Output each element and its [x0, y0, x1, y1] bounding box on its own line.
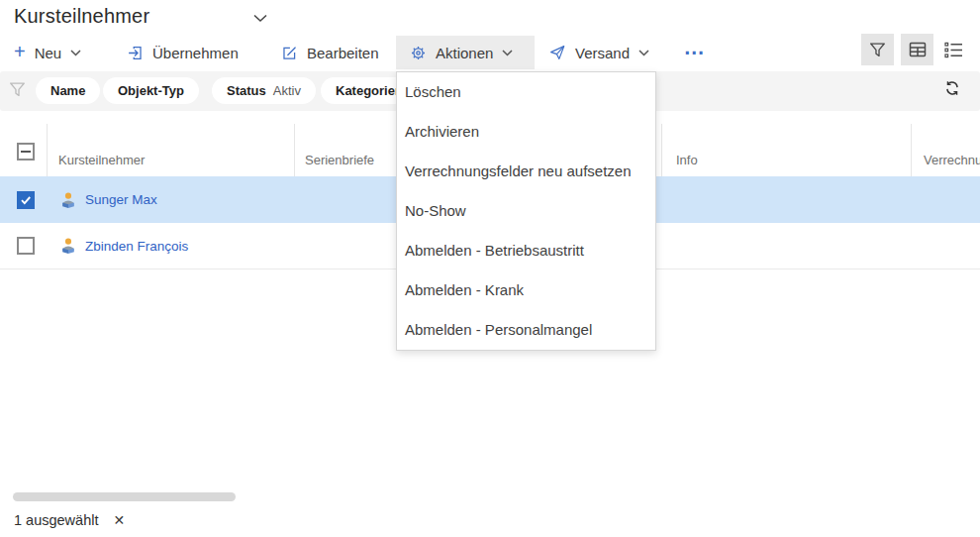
list-view-icon	[943, 40, 964, 60]
menu-item-verrechnungsfelder[interactable]: Verrechnungsfelder neu aufsetzen	[397, 152, 655, 191]
table-view-icon	[908, 40, 928, 59]
refresh-icon[interactable]	[943, 79, 961, 97]
filter-funnel-icon	[8, 80, 27, 99]
actions-label: Aktionen	[436, 45, 493, 61]
checkmark-icon	[19, 193, 33, 207]
selection-status-bar: 1 ausgewählt ✕	[14, 512, 125, 528]
row-checkbox[interactable]	[17, 191, 35, 209]
menu-item-abmelden-betriebsaustritt[interactable]: Abmelden - Betriebsaustritt	[397, 231, 655, 270]
column-header-info[interactable]: Info	[661, 124, 911, 176]
chip-label: Kategorien	[336, 83, 403, 98]
title-chevron-down-icon[interactable]	[253, 14, 267, 23]
send-button[interactable]: Versand	[539, 36, 659, 69]
filter-toggle-button[interactable]	[861, 34, 894, 65]
grid-view-button[interactable]	[901, 34, 933, 65]
edit-pencil-icon	[281, 45, 298, 61]
chevron-down-icon	[502, 50, 513, 56]
plus-icon: +	[14, 42, 26, 61]
more-commands-icon[interactable]: ⋯	[665, 36, 725, 69]
list-view-button[interactable]	[937, 34, 970, 65]
chip-label: Objekt-Typ	[118, 83, 184, 98]
apply-label: Übernehmen	[152, 45, 239, 61]
edit-label: Bearbeiten	[307, 45, 379, 61]
actions-dropdown-menu: Löschen Archivieren Verrechnungsfelder n…	[396, 71, 656, 351]
filter-chip-objekt-typ[interactable]: Objekt-Typ	[103, 77, 199, 104]
funnel-icon	[868, 41, 887, 59]
row-checkbox[interactable]	[17, 237, 35, 255]
menu-item-loeschen[interactable]: Löschen	[397, 72, 655, 112]
column-header-verrechnung[interactable]: Verrechnung	[911, 124, 980, 176]
page-title: Kursteilnehmer	[14, 5, 149, 28]
send-label: Versand	[575, 45, 630, 61]
gear-icon	[410, 45, 427, 61]
participant-icon	[59, 191, 77, 209]
edit-button[interactable]: Bearbeiten	[271, 36, 389, 69]
participant-name-link[interactable]: Sunger Max	[85, 192, 157, 207]
select-all-checkbox[interactable]	[17, 143, 35, 161]
menu-item-abmelden-personalmangel[interactable]: Abmelden - Personalmangel	[397, 310, 655, 350]
filter-chip-kategorien[interactable]: Kategorien	[321, 77, 408, 104]
chip-label: Status	[227, 83, 266, 98]
chevron-down-icon	[638, 50, 649, 56]
apply-button[interactable]: Übernehmen	[117, 36, 248, 69]
actions-button[interactable]: Aktionen	[396, 36, 535, 69]
app-window: Kursteilnehmer + Neu Übernehmen Bearbeit…	[0, 0, 980, 537]
clear-selection-icon[interactable]: ✕	[113, 512, 125, 528]
chip-value: Aktiv	[273, 83, 301, 98]
new-label: Neu	[35, 45, 62, 61]
import-icon	[127, 45, 144, 61]
participant-icon	[59, 237, 77, 255]
filter-chip-name[interactable]: Name	[36, 77, 100, 104]
paper-plane-icon	[548, 44, 566, 61]
selection-count-text: 1 ausgewählt	[14, 512, 98, 528]
chevron-down-icon	[70, 50, 81, 56]
menu-item-no-show[interactable]: No-Show	[397, 191, 655, 231]
new-button[interactable]: + Neu	[4, 36, 91, 69]
indeterminate-dash	[21, 151, 31, 153]
horizontal-scrollbar-thumb[interactable]	[13, 492, 236, 501]
chip-label: Name	[50, 83, 85, 98]
column-header-kursteilnehmer[interactable]: Kursteilnehmer	[47, 124, 294, 176]
filter-chip-status[interactable]: Status Aktiv	[212, 77, 316, 104]
participant-name-link[interactable]: Zbinden François	[85, 239, 188, 254]
menu-item-abmelden-krank[interactable]: Abmelden - Krank	[397, 270, 655, 310]
menu-item-archivieren[interactable]: Archivieren	[397, 112, 655, 152]
